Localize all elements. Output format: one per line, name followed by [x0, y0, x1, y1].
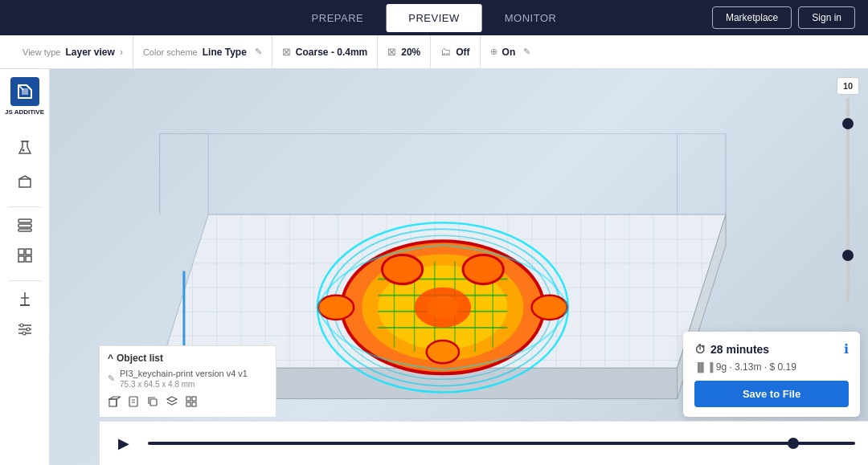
percentage-section: ⊠ 20%	[378, 35, 431, 68]
svg-point-17	[27, 328, 30, 331]
layer-slider-thumb-bottom[interactable]	[842, 250, 854, 261]
obj-action-grid[interactable]	[185, 395, 198, 410]
layer-slider-thumb-top[interactable]	[842, 118, 854, 129]
obj-action-layers[interactable]	[166, 395, 178, 410]
svg-point-56	[427, 296, 459, 319]
info-detail-text: 9g · 3.13m · $ 0.19	[716, 361, 796, 373]
svg-rect-65	[186, 402, 190, 406]
object-item-dims: 75.3 x 64.5 x 4.8 mm	[120, 380, 248, 389]
svg-rect-5	[18, 229, 31, 231]
clock-icon: ⏱	[694, 343, 706, 356]
obj-action-cube[interactable]	[108, 395, 121, 410]
svg-point-53	[318, 296, 354, 320]
filament-icon: ▐▌▐	[694, 362, 713, 372]
info-time-left: ⏱ 28 minutes	[694, 343, 769, 356]
svg-point-51	[463, 255, 503, 283]
object-list-label: Object list	[117, 353, 163, 364]
info-panel: ⏱ 28 minutes ℹ ▐▌▐ 9g · 3.13m · $ 0.19 S…	[683, 332, 860, 417]
main-area: JS ADDITIVE	[0, 69, 868, 465]
svg-rect-63	[186, 397, 190, 401]
view-type-chevron[interactable]: ›	[120, 47, 123, 58]
on-section: ⊕ On ✎	[481, 35, 541, 68]
sidebar-tool-settings[interactable]	[8, 314, 42, 345]
marketplace-button[interactable]: Marketplace	[712, 6, 792, 29]
tab-monitor[interactable]: MONITOR	[482, 4, 579, 32]
svg-rect-64	[192, 397, 196, 401]
bottom-controls: ▶	[100, 421, 868, 465]
obj-action-copy[interactable]	[146, 395, 159, 410]
svg-rect-9	[26, 256, 31, 262]
layer-number-box: 10	[837, 77, 859, 95]
playback-slider-track[interactable]	[148, 442, 855, 445]
color-scheme-value: Line Type	[203, 47, 247, 58]
svg-rect-66	[192, 402, 196, 406]
nav-tabs: PREPARE PREVIEW MONITOR	[289, 4, 579, 32]
color-scheme-section: Color scheme Line Type ✎	[133, 35, 272, 68]
off-section: 🗂 Off	[431, 35, 480, 68]
pencil-icon: ✎	[108, 373, 115, 384]
percentage-value[interactable]: 20%	[401, 47, 420, 58]
svg-rect-6	[18, 249, 24, 255]
sidebar-tool-grid[interactable]	[8, 240, 42, 271]
svg-rect-60	[129, 397, 137, 406]
toolbar: View type Layer view › Color scheme Line…	[0, 35, 868, 69]
svg-marker-62	[167, 397, 177, 402]
sidebar-tool-support[interactable]	[8, 280, 42, 311]
playback-slider-thumb[interactable]	[788, 438, 799, 449]
svg-point-52	[427, 341, 459, 363]
off-value[interactable]: Off	[456, 47, 469, 58]
view-type-section: View type Layer view ›	[13, 35, 133, 68]
sidebar-tool-object[interactable]	[8, 166, 42, 197]
svg-marker-58	[109, 397, 121, 399]
svg-rect-7	[26, 249, 31, 255]
svg-rect-61	[150, 399, 157, 406]
obj-action-file[interactable]	[127, 395, 140, 410]
layer-slider: 10	[836, 77, 860, 302]
on-icon: ⊕	[490, 47, 497, 57]
object-item-name: PI3_keychain-print version v4 v1	[120, 369, 248, 378]
signin-button[interactable]: Sign in	[798, 6, 855, 29]
svg-rect-8	[18, 256, 24, 262]
play-button[interactable]: ▶	[113, 432, 135, 455]
resolution-icon: ⊠	[282, 46, 291, 58]
svg-rect-57	[109, 399, 117, 406]
info-icon-button[interactable]: ℹ	[844, 341, 849, 357]
object-list-header[interactable]: ^ Object list	[108, 353, 268, 364]
tab-preview[interactable]: PREVIEW	[386, 4, 481, 32]
resolution-value[interactable]: Coarse - 0.4mm	[296, 47, 367, 58]
svg-point-16	[20, 324, 23, 327]
sidebar-tool-layers[interactable]	[8, 206, 42, 237]
svg-point-18	[23, 332, 26, 335]
on-value[interactable]: On	[502, 47, 516, 58]
logo-text: JS ADDITIVE	[5, 108, 44, 116]
logo-icon	[10, 77, 39, 106]
svg-rect-3	[18, 219, 31, 222]
logo-area: JS ADDITIVE	[5, 77, 45, 116]
object-list-item: ✎ PI3_keychain-print version v4 v1 75.3 …	[108, 369, 268, 389]
sidebar-tool-flask[interactable]	[8, 133, 42, 163]
resolution-section: ⊠ Coarse - 0.4mm	[272, 35, 378, 68]
layer-slider-track[interactable]	[846, 98, 850, 302]
color-scheme-edit-icon[interactable]: ✎	[255, 47, 262, 57]
tab-prepare[interactable]: PREPARE	[289, 4, 387, 32]
view-type-label: View type	[23, 47, 61, 57]
save-to-file-button[interactable]: Save to File	[694, 381, 849, 407]
off-icon: 🗂	[440, 46, 451, 58]
svg-point-50	[382, 255, 422, 283]
time-label: 28 minutes	[710, 343, 769, 356]
chevron-up-icon: ^	[108, 353, 113, 364]
info-time-row: ⏱ 28 minutes ℹ	[694, 341, 849, 357]
color-scheme-label: Color scheme	[143, 47, 198, 57]
on-edit-icon[interactable]: ✎	[523, 47, 530, 57]
nav-right-buttons: Marketplace Sign in	[712, 6, 855, 29]
canvas-area[interactable]: 10 ⏱ 28 minutes ℹ ▐▌▐ 9g · 3.13m · $ 0.1…	[50, 69, 868, 465]
svg-rect-2	[19, 179, 31, 187]
svg-point-1	[22, 149, 24, 151]
object-list-panel: ^ Object list ✎ PI3_keychain-print versi…	[100, 345, 276, 417]
info-detail: ▐▌▐ 9g · 3.13m · $ 0.19	[694, 361, 849, 373]
object-action-icons	[108, 395, 268, 410]
svg-point-54	[532, 296, 567, 320]
percentage-icon: ⊠	[387, 46, 396, 58]
left-sidebar: JS ADDITIVE	[0, 69, 50, 465]
top-navigation: PREPARE PREVIEW MONITOR Marketplace Sign…	[0, 0, 868, 35]
